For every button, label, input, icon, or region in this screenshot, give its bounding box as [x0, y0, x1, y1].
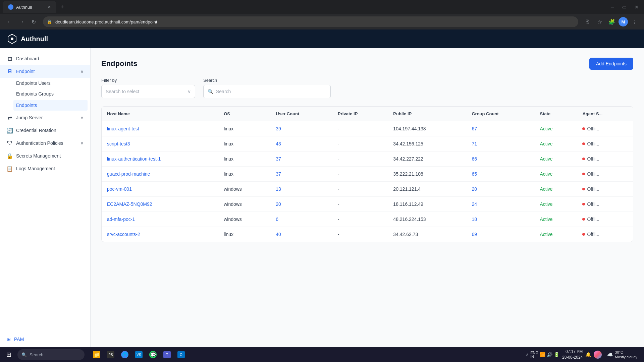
sidebar-item-pam[interactable]: ⊞ PAM [7, 337, 84, 342]
app-logo: Authnull [7, 34, 48, 44]
user-count-link[interactable]: 43 [276, 141, 281, 146]
status-dot-icon [582, 188, 585, 190]
taskbar-app-outlook[interactable]: O [174, 349, 188, 361]
bookmark-icon[interactable]: ☆ [594, 16, 605, 27]
user-count-link[interactable]: 20 [276, 201, 281, 207]
group-count-link[interactable]: 20 [472, 186, 477, 192]
outlook-icon: O [177, 351, 185, 358]
battery-icon: 🔋 [554, 352, 559, 357]
browser-tab-authnull[interactable]: Authnull ✕ [3, 1, 56, 13]
table-row: linux-authentication-test-1 linux 37 - 3… [102, 152, 633, 167]
sidebar-item-logs-management[interactable]: 📋 Logs Management [0, 162, 90, 175]
user-avatar[interactable]: M [619, 17, 628, 26]
tab-close-button[interactable]: ✕ [48, 5, 51, 9]
app-container: Authnull ⊞ Dashboard 🖥 Endpoint ∧ Endpoi… [0, 29, 644, 347]
taskbar-app-terminal[interactable]: PS [104, 349, 117, 361]
agent-status-cell: Offli... [582, 217, 628, 222]
taskbar-app-teams[interactable]: T [160, 349, 174, 361]
sidebar-bottom: ⊞ PAM [0, 331, 90, 347]
cell-host-name: linux-agent-test [102, 121, 218, 136]
refresh-button[interactable]: ↻ [28, 16, 39, 27]
table-header: Host Name OS User Count Private IP Publi… [102, 107, 633, 121]
maximize-button[interactable]: ▭ [620, 3, 629, 11]
agent-status-cell: Offli... [582, 156, 628, 162]
host-name-link[interactable]: linux-agent-test [107, 126, 139, 131]
logo-icon [7, 34, 17, 44]
app-name: Authnull [21, 35, 48, 43]
sidebar-auth-policies-label: Authentication Policies [16, 140, 77, 146]
user-count-link[interactable]: 6 [276, 217, 278, 222]
group-count-link[interactable]: 66 [472, 156, 477, 162]
host-name-link[interactable]: EC2AMAZ-5NQ0M92 [107, 201, 152, 207]
search-input-wrapper[interactable]: 🔍 Search [203, 85, 331, 98]
menu-icon[interactable]: ⋮ [629, 16, 640, 27]
chevron-up-icon[interactable]: ∧ [526, 352, 529, 357]
host-name-link[interactable]: ad-mfa-poc-1 [107, 217, 135, 222]
endpoint-sub-menu: Endpoints Users Endpoints Groups Endpoin… [0, 78, 90, 111]
sidebar-item-auth-policies[interactable]: 🛡 Authentication Policies ∨ [0, 137, 90, 149]
page-header: Endpoints Add Endpoints [101, 58, 633, 70]
col-os: OS [218, 107, 270, 121]
close-window-button[interactable]: ✕ [632, 3, 641, 11]
group-count-link[interactable]: 65 [472, 171, 477, 177]
cell-group-count: 20 [466, 182, 534, 197]
taskbar-search[interactable]: 🔍 Search [17, 349, 85, 360]
group-count-link[interactable]: 71 [472, 141, 477, 146]
status-dot-icon [582, 218, 585, 221]
cell-os: linux [218, 121, 270, 136]
sidebar-item-dashboard[interactable]: ⊞ Dashboard [0, 52, 90, 65]
sidebar-item-jump-server[interactable]: ⇄ Jump Server ∨ [0, 111, 90, 124]
cast-icon[interactable]: ⎘ [582, 16, 593, 27]
sidebar-item-endpoint[interactable]: 🖥 Endpoint ∧ [0, 65, 90, 78]
user-count-link[interactable]: 37 [276, 156, 281, 162]
start-button[interactable]: ⊞ [3, 349, 15, 361]
notification-icon[interactable]: 🔔 [585, 352, 591, 357]
user-count-link[interactable]: 39 [276, 126, 281, 131]
back-button[interactable]: ← [4, 16, 15, 27]
cell-agent-status: Offli... [577, 197, 633, 212]
address-bar[interactable]: 🔒 kloudlearn.kloudone.prod.authnull.com/… [43, 16, 578, 27]
cell-public-ip: 48.216.224.153 [388, 212, 466, 227]
user-count-link[interactable]: 40 [276, 232, 281, 237]
forward-button[interactable]: → [16, 16, 27, 27]
sidebar-item-credential-rotation[interactable]: 🔄 Credential Rotation [0, 124, 90, 137]
extensions-icon[interactable]: 🧩 [606, 16, 617, 27]
sidebar-logs-label: Logs Management [16, 166, 84, 171]
cell-state: Active [535, 212, 577, 227]
tab-favicon [8, 4, 13, 10]
col-host-name: Host Name [102, 107, 218, 121]
group-count-link[interactable]: 67 [472, 126, 477, 131]
host-name-link[interactable]: linux-authentication-test-1 [107, 156, 161, 162]
taskbar-app-fileexplorer[interactable]: 📁 [90, 349, 103, 361]
group-count-link[interactable]: 24 [472, 201, 477, 207]
user-count-link[interactable]: 37 [276, 171, 281, 177]
host-name-link[interactable]: poc-vm-001 [107, 186, 132, 192]
cell-group-count: 24 [466, 197, 534, 212]
group-count-link[interactable]: 18 [472, 217, 477, 222]
sidebar-item-endpoints-groups[interactable]: Endpoints Groups [16, 88, 90, 99]
host-name-link[interactable]: script-test3 [107, 141, 130, 146]
taskbar-app-vscode[interactable]: VS [132, 349, 146, 361]
filter-by-select[interactable]: Search to select ∨ [101, 85, 195, 98]
host-name-link[interactable]: srvc-accounts-2 [107, 232, 140, 237]
minimize-button[interactable]: ─ [608, 3, 617, 11]
cell-host-name: poc-vm-001 [102, 182, 218, 197]
taskbar-app-whatsapp[interactable]: 💬 [146, 349, 160, 361]
taskbar-app-browser[interactable]: 🌐 [118, 349, 131, 361]
agent-status-text: Offli... [587, 171, 599, 177]
cell-os: windows [218, 197, 270, 212]
filters-row: Filter by Search to select ∨ Search 🔍 Se… [101, 78, 633, 98]
cell-public-ip: 20.121.121.4 [388, 182, 466, 197]
sidebar-item-endpoints-users[interactable]: Endpoints Users [16, 78, 90, 88]
sidebar-item-endpoints[interactable]: Endpoints [13, 100, 88, 111]
new-tab-button[interactable]: + [58, 2, 67, 12]
endpoint-chevron-icon: ∧ [80, 69, 84, 74]
taskbar-right: ∧ ENGIN 📶 🔊 🔋 07:17 PM 28-08-2024 🔔 [526, 349, 604, 360]
sidebar-item-secrets-management[interactable]: 🔒 Secrets Management [0, 149, 90, 162]
user-count-link[interactable]: 13 [276, 186, 281, 192]
group-count-link[interactable]: 69 [472, 232, 477, 237]
sidebar-jump-server-label: Jump Server [16, 115, 77, 120]
cell-agent-status: Offli... [577, 227, 633, 242]
host-name-link[interactable]: guacd-prod-machine [107, 171, 150, 177]
add-endpoints-button[interactable]: Add Endpoints [589, 58, 633, 70]
